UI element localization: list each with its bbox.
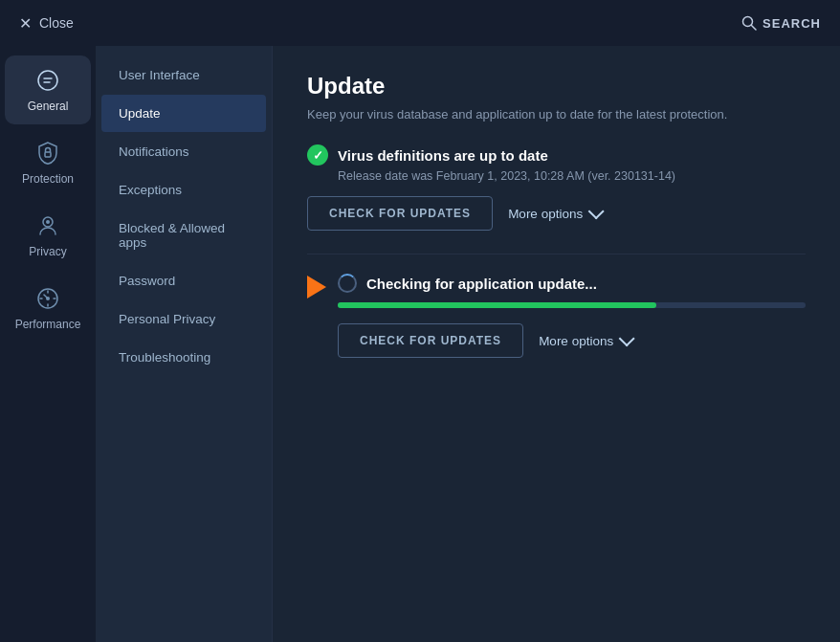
search-icon (741, 15, 757, 31)
svg-line-1 (752, 26, 757, 31)
submenu-item-update[interactable]: Update (101, 95, 266, 132)
submenu: User Interface Update Notifications Exce… (96, 46, 273, 642)
search-button[interactable]: SEARCH (741, 15, 821, 31)
submenu-item-blocked-allowed[interactable]: Blocked & Allowed apps (101, 210, 266, 261)
submenu-item-exceptions[interactable]: Exceptions (101, 171, 266, 209)
close-button[interactable]: ✕ Close (19, 14, 74, 33)
svg-point-6 (46, 297, 50, 300)
submenu-item-personal-privacy[interactable]: Personal Privacy (101, 300, 266, 338)
app-update-row: Checking for application update... CHECK… (307, 274, 806, 367)
top-bar: ✕ Close SEARCH (0, 0, 840, 46)
submenu-item-troubleshooting[interactable]: Troubleshooting (101, 339, 266, 376)
search-label: SEARCH (763, 16, 821, 31)
close-label: Close (39, 15, 74, 31)
play-icon (307, 276, 326, 299)
sidebar-item-protection[interactable]: Protection (5, 128, 91, 197)
virus-status-title: Virus definitions are up to date (338, 147, 548, 164)
virus-more-options-chevron-icon (588, 203, 605, 219)
sidebar-item-performance[interactable]: Performance (5, 274, 91, 343)
app-more-options-label: More options (539, 334, 613, 348)
virus-btn-row: CHECK FOR UPDATES More options (307, 196, 806, 231)
app-more-options-button[interactable]: More options (539, 334, 630, 348)
virus-more-options-label: More options (508, 207, 583, 221)
main-layout: General Protection Privacy (0, 46, 840, 642)
sidebar-item-protection-label: Protection (22, 172, 74, 186)
page-subtitle: Keep your virus database and application… (307, 107, 806, 122)
virus-release-info: Release date was February 1, 2023, 10:28… (338, 169, 806, 183)
app-check-updates-button[interactable]: CHECK FOR UPDATES (338, 323, 523, 358)
submenu-item-user-interface[interactable]: User Interface (101, 56, 266, 94)
privacy-icon (34, 212, 61, 239)
virus-check-updates-button[interactable]: CHECK FOR UPDATES (307, 196, 493, 231)
svg-point-4 (46, 220, 50, 224)
virus-update-section: Virus definitions are up to date Release… (307, 144, 806, 231)
spinner-icon (338, 274, 357, 293)
close-icon: ✕ (19, 14, 32, 33)
virus-status-icon (307, 144, 328, 166)
app-btn-row: CHECK FOR UPDATES More options (338, 323, 806, 358)
general-icon (34, 67, 61, 94)
svg-rect-2 (45, 152, 51, 157)
progress-bar-container (338, 302, 806, 308)
section-divider (307, 254, 806, 255)
submenu-item-notifications[interactable]: Notifications (101, 133, 266, 170)
page-title: Update (307, 73, 806, 100)
checking-text: Checking for application update... (366, 276, 597, 292)
sidebar: General Protection Privacy (0, 46, 96, 642)
checking-row: Checking for application update... (338, 274, 806, 293)
sidebar-item-general-label: General (28, 100, 69, 113)
protection-icon (34, 140, 61, 166)
sidebar-item-privacy[interactable]: Privacy (5, 201, 91, 270)
submenu-item-password[interactable]: Password (101, 262, 266, 299)
sidebar-item-privacy-label: Privacy (29, 245, 66, 258)
app-update-content: Checking for application update... CHECK… (338, 274, 806, 367)
app-update-section: Checking for application update... CHECK… (307, 274, 806, 367)
virus-more-options-button[interactable]: More options (508, 207, 600, 221)
content-area: Update Keep your virus database and appl… (273, 46, 840, 642)
performance-icon (34, 285, 61, 312)
sidebar-item-performance-label: Performance (15, 318, 81, 331)
progress-bar-fill (338, 302, 656, 308)
sidebar-item-general[interactable]: General (5, 55, 91, 124)
app-more-options-chevron-icon (619, 330, 635, 346)
virus-status-row: Virus definitions are up to date (307, 144, 806, 166)
